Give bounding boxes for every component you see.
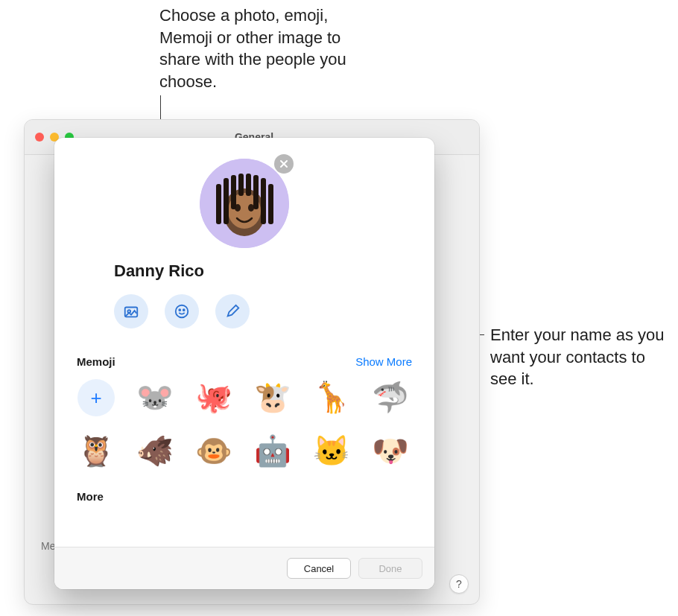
svg-rect-7 xyxy=(231,175,236,209)
help-button[interactable]: ? xyxy=(449,574,469,594)
photo-button[interactable] xyxy=(114,294,148,328)
svg-rect-5 xyxy=(216,184,221,224)
emoji-button[interactable] xyxy=(165,294,199,328)
user-name: Danny Rico xyxy=(114,261,411,281)
memoji-grid: + 🐭 🐙 🐮 🦒 🦈 🦉 🐗 🐵 🤖 🐱 🐶 xyxy=(54,377,434,472)
svg-point-16 xyxy=(179,309,180,311)
memoji-item[interactable]: 🤖 xyxy=(249,431,297,472)
svg-rect-6 xyxy=(224,178,229,224)
memoji-item[interactable]: 🦒 xyxy=(308,377,355,419)
smiley-icon xyxy=(174,303,190,320)
avatar[interactable] xyxy=(200,159,289,248)
svg-rect-12 xyxy=(268,184,273,224)
memoji-item[interactable]: 🐵 xyxy=(190,431,238,472)
svg-point-17 xyxy=(183,309,185,311)
name-photo-sharing-dialog: Danny Rico xyxy=(54,138,434,589)
memoji-item[interactable]: 🐱 xyxy=(308,431,355,472)
close-window-icon[interactable] xyxy=(35,133,44,142)
avatar-memoji-image xyxy=(200,159,289,248)
memoji-item[interactable]: 🐶 xyxy=(367,431,414,472)
memoji-item[interactable]: 🦉 xyxy=(72,431,120,472)
pencil-icon xyxy=(224,303,241,320)
edit-name-button[interactable] xyxy=(215,294,250,328)
more-section-title: More xyxy=(77,490,412,503)
callout-right: Enter your name as you want your contact… xyxy=(490,324,669,390)
memoji-title: Memoji xyxy=(77,355,115,368)
photo-icon xyxy=(123,303,139,320)
memoji-item[interactable]: 🦈 xyxy=(367,377,414,419)
close-icon xyxy=(279,159,288,168)
svg-rect-10 xyxy=(253,175,259,209)
svg-point-15 xyxy=(176,305,188,318)
memoji-item[interactable]: 🐗 xyxy=(131,431,179,472)
memoji-item[interactable]: 🐭 xyxy=(131,377,179,419)
callout-top: Choose a photo, emoji, Memoji or other i… xyxy=(159,4,361,93)
memoji-header: Memoji Show More xyxy=(77,355,412,368)
done-button: Done xyxy=(358,558,422,579)
svg-rect-8 xyxy=(238,174,244,196)
action-row xyxy=(114,294,411,328)
svg-point-4 xyxy=(248,204,254,212)
clear-avatar-button[interactable] xyxy=(274,154,294,174)
cancel-button[interactable]: Cancel xyxy=(287,558,351,579)
add-memoji-button[interactable]: + xyxy=(72,377,120,419)
modal-footer: Cancel Done xyxy=(54,547,434,589)
memoji-item[interactable]: 🐙 xyxy=(190,377,238,419)
plus-icon: + xyxy=(77,379,115,416)
memoji-item[interactable]: 🐮 xyxy=(249,377,297,419)
parent-me-label: Me xyxy=(41,540,55,552)
svg-rect-9 xyxy=(246,174,251,196)
avatar-container xyxy=(200,159,289,248)
svg-rect-11 xyxy=(261,178,266,224)
show-more-link[interactable]: Show More xyxy=(355,355,412,368)
